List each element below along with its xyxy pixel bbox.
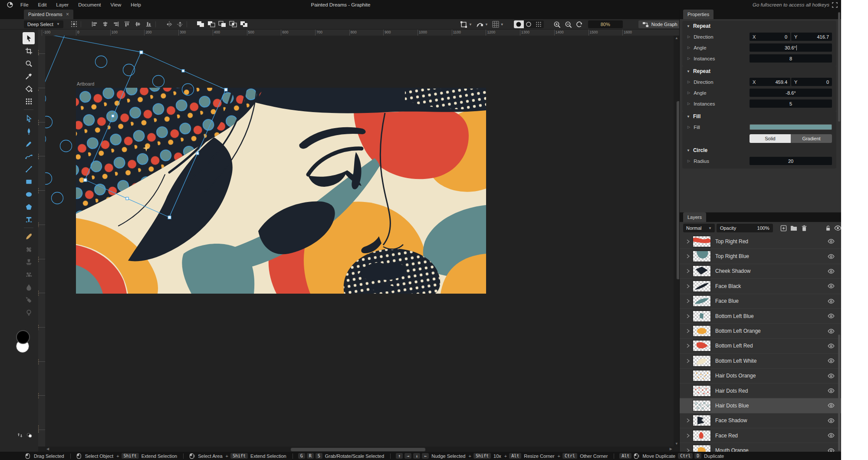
zoom-level-field[interactable]: 80% <box>588 20 623 28</box>
align-vertical-center-icon[interactable] <box>134 20 142 28</box>
layer-name[interactable]: Cheek Shadow <box>715 268 750 274</box>
layer-row-mouth-orange[interactable]: Mouth Orange <box>680 443 841 452</box>
delete-layer-icon[interactable] <box>800 224 808 232</box>
layer-row-face-blue[interactable]: Face Blue <box>680 294 841 309</box>
direction-y-field[interactable]: Y0 <box>791 78 832 86</box>
new-folder-icon[interactable] <box>790 224 798 232</box>
layer-thumbnail[interactable] <box>693 236 711 247</box>
boolean-difference-icon[interactable] <box>240 20 248 28</box>
menu-layer[interactable]: Layer <box>51 0 73 10</box>
layer-visibility-icon[interactable] <box>828 314 835 318</box>
layer-thumbnail[interactable] <box>693 370 711 381</box>
eyedropper-tool[interactable] <box>23 70 35 82</box>
freehand-tool[interactable] <box>23 138 35 150</box>
layer-thumbnail[interactable] <box>693 340 711 351</box>
layer-thumbnail[interactable] <box>693 415 711 426</box>
polygon-tool[interactable] <box>23 201 35 213</box>
scroll-down-icon[interactable]: ▼ <box>675 441 678 447</box>
angle-field[interactable]: 30.6° <box>750 43 832 52</box>
layer-name[interactable]: Top Right Red <box>715 238 748 245</box>
section-header[interactable]: ▼Repeat <box>682 66 836 76</box>
instances-field[interactable]: 5 <box>750 99 832 108</box>
layer-thumbnail[interactable] <box>693 295 711 307</box>
layer-thumbnail[interactable] <box>693 311 711 322</box>
pattern-tool[interactable] <box>23 95 35 107</box>
layer-visibility-icon[interactable] <box>828 374 835 378</box>
artboard-tool[interactable] <box>23 45 35 57</box>
brush-tool[interactable] <box>23 231 35 243</box>
artboard-label[interactable]: Artboard <box>77 81 94 86</box>
direction-x-field[interactable]: X0 <box>750 33 790 41</box>
visibility-all-icon[interactable] <box>834 224 841 232</box>
path-tool[interactable] <box>23 113 35 125</box>
layer-expand-icon[interactable] <box>685 359 691 363</box>
fill-tool[interactable] <box>23 83 35 95</box>
zoom-in-icon[interactable] <box>553 20 561 28</box>
row-expand-icon[interactable]: ▷ <box>687 102 690 106</box>
layer-name[interactable]: Bottom Left White <box>715 358 756 364</box>
menu-view[interactable]: View <box>106 0 126 10</box>
boolean-subtract-front-icon[interactable] <box>207 20 215 28</box>
layers-scrollbar[interactable] <box>838 334 840 451</box>
fill-color-swatch[interactable] <box>750 124 832 130</box>
section-header[interactable]: ▼Repeat <box>682 21 836 31</box>
boolean-intersect-icon[interactable] <box>229 20 237 28</box>
angle-field[interactable]: -8.6° <box>750 89 832 97</box>
section-header[interactable]: ▼Circle <box>682 145 836 156</box>
row-expand-icon[interactable]: ▷ <box>687 80 690 84</box>
menu-help[interactable]: Help <box>126 0 146 10</box>
layer-thumbnail[interactable] <box>693 265 711 277</box>
layer-name[interactable]: Face Red <box>715 433 738 439</box>
artboard[interactable] <box>76 88 486 294</box>
layer-row-top-right-blue[interactable]: Top Right Blue <box>680 249 841 264</box>
menu-file[interactable]: File <box>16 0 33 10</box>
layer-name[interactable]: Bottom Left Blue <box>715 313 754 319</box>
view-mode-outline-button[interactable] <box>524 20 534 28</box>
tab-properties[interactable]: Properties <box>683 10 713 19</box>
layer-thumbnail[interactable] <box>693 445 711 452</box>
layer-expand-icon[interactable] <box>685 269 691 273</box>
layer-thumbnail[interactable] <box>693 430 711 441</box>
grid-overlay-dropdown[interactable]: ▼ <box>492 21 504 28</box>
layer-expand-icon[interactable] <box>685 284 691 288</box>
layer-name[interactable]: Bottom Left Red <box>715 343 753 349</box>
instances-field[interactable]: 8 <box>750 54 832 63</box>
layer-visibility-icon[interactable] <box>828 358 835 363</box>
layer-visibility-icon[interactable] <box>828 299 835 304</box>
tab-layers[interactable]: Layers <box>683 212 706 222</box>
layer-expand-icon[interactable] <box>685 254 691 258</box>
section-header[interactable]: ▼Fill <box>682 111 836 122</box>
rectangle-tool[interactable] <box>23 175 35 188</box>
opacity-field[interactable]: Opacity100% <box>717 224 773 232</box>
row-expand-icon[interactable]: ▷ <box>687 125 690 129</box>
layer-row-hair-dots-blue[interactable]: Hair Dots Blue <box>680 398 841 413</box>
patch-tool[interactable] <box>23 268 35 281</box>
layer-row-face-black[interactable]: Face Black <box>680 279 841 294</box>
layer-visibility-icon[interactable] <box>828 284 835 288</box>
layer-expand-icon[interactable] <box>685 448 691 452</box>
layer-visibility-icon[interactable] <box>828 254 835 259</box>
layer-thumbnail[interactable] <box>693 325 711 337</box>
canvas-vertical-scrollbar[interactable]: ▲ ▼ <box>674 36 679 447</box>
row-expand-icon[interactable]: ▷ <box>687 46 690 50</box>
ruler-horizontal[interactable]: -100010020030040050060070080090010001100… <box>38 30 679 36</box>
pen-tool[interactable] <box>23 125 35 137</box>
menu-document[interactable]: Document <box>73 0 105 10</box>
align-left-icon[interactable] <box>91 20 99 28</box>
layer-row-face-shadow[interactable]: Face Shadow <box>680 414 841 428</box>
fill-solid-button[interactable]: Solid <box>750 134 791 143</box>
boolean-union-icon[interactable] <box>197 20 204 28</box>
layer-row-bottom-left-orange[interactable]: Bottom Left Orange <box>680 324 841 338</box>
layer-row-bottom-left-blue[interactable]: Bottom Left Blue <box>680 309 841 324</box>
select-tool[interactable] <box>23 32 35 44</box>
snapping-geometry-dropdown[interactable]: ▼ <box>476 21 488 28</box>
reset-colors-icon[interactable] <box>26 433 32 438</box>
layer-name[interactable]: Bottom Left Orange <box>715 328 761 334</box>
scroll-right-icon[interactable]: ▶ <box>670 447 672 452</box>
scroll-up-icon[interactable]: ▲ <box>675 36 678 41</box>
align-right-icon[interactable] <box>112 20 120 28</box>
layer-name[interactable]: Top Right Blue <box>715 253 749 259</box>
navigate-tool[interactable] <box>23 57 35 69</box>
new-layer-icon[interactable] <box>780 224 788 232</box>
lock-icon[interactable] <box>825 224 832 232</box>
